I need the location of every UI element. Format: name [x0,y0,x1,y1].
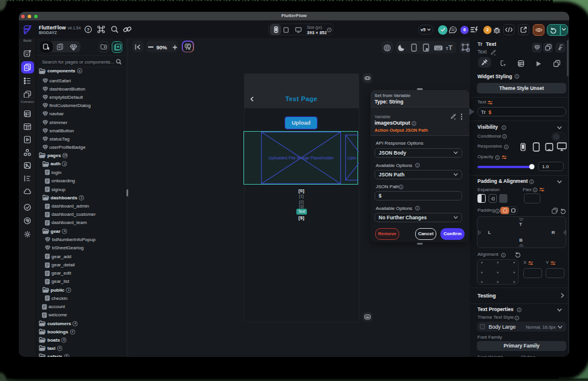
svg-text:?: ? [87,27,90,32]
